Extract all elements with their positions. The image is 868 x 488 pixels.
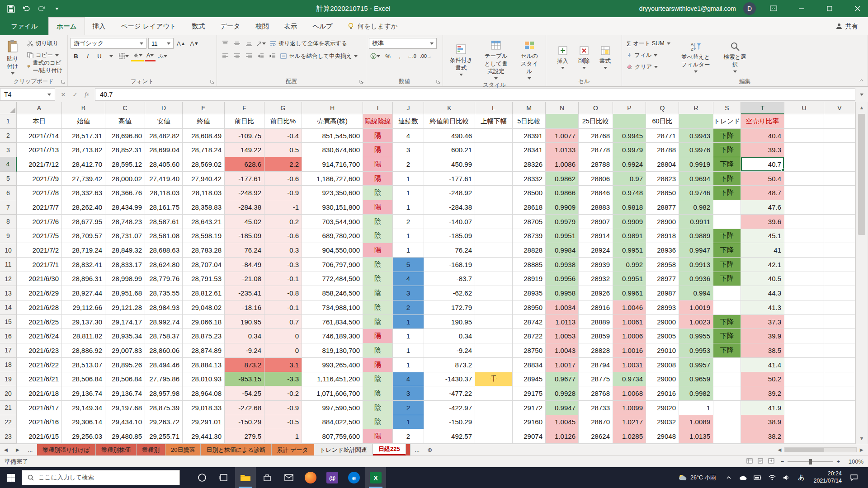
- cell-K11[interactable]: -168.19: [424, 258, 475, 272]
- cell-M4[interactable]: 28326: [513, 157, 546, 172]
- zoom-slider[interactable]: [788, 461, 833, 462]
- action-center-icon[interactable]: [849, 474, 859, 481]
- cell-L23[interactable]: [475, 429, 513, 444]
- horizontal-scroll-thumb[interactable]: [785, 448, 824, 452]
- cell-S20[interactable]: [713, 386, 741, 401]
- cell-Q21[interactable]: 29020: [646, 401, 679, 415]
- cell-S17[interactable]: 下降: [713, 343, 741, 358]
- cell-P7[interactable]: 0.9818: [613, 200, 646, 215]
- collapse-ribbon-icon[interactable]: [859, 76, 864, 84]
- align-center-icon[interactable]: [231, 51, 242, 61]
- cell-R18[interactable]: 0.9957: [679, 358, 713, 372]
- cell-G6[interactable]: -0.9: [264, 186, 302, 200]
- cell-D4[interactable]: 28,405.60: [145, 157, 183, 172]
- borders-icon[interactable]: [118, 51, 130, 61]
- cell-R22[interactable]: 1.0089: [679, 415, 713, 430]
- cell-R4[interactable]: 0.9919: [679, 157, 713, 172]
- cell-A16[interactable]: 2021/6/24: [17, 329, 62, 343]
- cell-V3[interactable]: [824, 143, 855, 157]
- cell-P19[interactable]: 0.9734: [613, 372, 646, 387]
- cell-G19[interactable]: -3.3: [264, 372, 302, 387]
- cell-Q1[interactable]: 60日比: [646, 114, 679, 129]
- cell-K20[interactable]: -477.22: [424, 386, 475, 401]
- cell-P6[interactable]: 0.9748: [613, 186, 646, 200]
- cell-A8[interactable]: 2021/7/6: [17, 215, 62, 229]
- cell-T17[interactable]: 38.5: [741, 343, 784, 358]
- cell-J19[interactable]: 4: [393, 372, 424, 387]
- cell-P14[interactable]: 1.0046: [613, 300, 646, 315]
- cell-U6[interactable]: [784, 186, 824, 200]
- font-name-select[interactable]: 游ゴシック: [71, 38, 146, 49]
- cell-D7[interactable]: 28,161.75: [145, 200, 183, 215]
- cell-H9[interactable]: 689,780,200: [302, 229, 363, 244]
- file-explorer-icon[interactable]: [235, 467, 256, 488]
- battery-icon[interactable]: [753, 475, 763, 480]
- cell-T18[interactable]: 41.4: [741, 358, 784, 372]
- cell-D9[interactable]: 28,581.08: [145, 229, 183, 244]
- cell-S16[interactable]: 下降: [713, 329, 741, 343]
- cell-A22[interactable]: 2021/6/16: [17, 415, 62, 430]
- cell-K10[interactable]: 76.24: [424, 243, 475, 258]
- col-header-O[interactable]: O: [579, 102, 613, 114]
- cell-F8[interactable]: 45.02: [225, 215, 264, 229]
- cell-E17[interactable]: 28,874.89: [183, 343, 225, 358]
- cell-N17[interactable]: 1.0043: [546, 343, 579, 358]
- cell-P11[interactable]: 0.992: [613, 258, 646, 272]
- cell-F12[interactable]: -21.08: [225, 272, 264, 286]
- cell-V14[interactable]: [824, 300, 855, 315]
- cell-V10[interactable]: [824, 243, 855, 258]
- cell-G8[interactable]: 0.2: [264, 215, 302, 229]
- select-all-button[interactable]: [0, 102, 17, 114]
- cell-E20[interactable]: 28,964.08: [183, 386, 225, 401]
- cell-G7[interactable]: -1: [264, 200, 302, 215]
- cell-M8[interactable]: 28705: [513, 215, 546, 229]
- cell-F16[interactable]: 0.34: [225, 329, 264, 343]
- edge-icon[interactable]: e: [344, 467, 364, 488]
- cell-L6[interactable]: [475, 186, 513, 200]
- cell-V6[interactable]: [824, 186, 855, 200]
- page-break-view-icon[interactable]: [768, 458, 774, 465]
- cell-R15[interactable]: 1.0023: [679, 315, 713, 329]
- cell-Q8[interactable]: 28900: [646, 215, 679, 229]
- cell-I23[interactable]: 陽: [363, 429, 393, 444]
- cell-B16[interactable]: 28,811.82: [62, 329, 105, 343]
- align-right-icon[interactable]: [243, 51, 254, 61]
- cell-R11[interactable]: 0.9913: [679, 258, 713, 272]
- cell-K19[interactable]: -1430.37: [424, 372, 475, 387]
- row-header-22[interactable]: 22: [0, 415, 17, 430]
- cell-S7[interactable]: [713, 200, 741, 215]
- cell-P17[interactable]: 1.0016: [613, 343, 646, 358]
- row-header-6[interactable]: 6: [0, 186, 17, 200]
- cell-L14[interactable]: [475, 300, 513, 315]
- cell-P10[interactable]: 0.9951: [613, 243, 646, 258]
- cell-D11[interactable]: 28,624.80: [145, 258, 183, 272]
- cell-I9[interactable]: 陰: [363, 229, 393, 244]
- cell-C6[interactable]: 28,366.76: [105, 186, 145, 200]
- cell-T1[interactable]: 空売り比率: [741, 114, 784, 129]
- horizontal-scrollbar[interactable]: ◄ ►: [773, 444, 868, 455]
- cortana-icon[interactable]: [192, 467, 212, 488]
- cut-button[interactable]: 切り取り: [25, 38, 65, 49]
- cell-L3[interactable]: [475, 143, 513, 157]
- cell-B1[interactable]: 始値: [62, 114, 105, 129]
- cell-E22[interactable]: 29,291.01: [183, 415, 225, 430]
- cell-D18[interactable]: 28,494.46: [145, 358, 183, 372]
- cell-G23[interactable]: 1: [264, 429, 302, 444]
- minimize-button[interactable]: [791, 0, 812, 17]
- vertical-scroll-thumb[interactable]: [858, 114, 865, 235]
- cell-S9[interactable]: 下降: [713, 229, 741, 244]
- cell-J9[interactable]: 1: [393, 229, 424, 244]
- cell-L7[interactable]: [475, 200, 513, 215]
- cell-V12[interactable]: [824, 272, 855, 286]
- cell-M14[interactable]: 28950: [513, 300, 546, 315]
- tab-insert[interactable]: 挿入: [85, 17, 113, 35]
- cell-I11[interactable]: 陰: [363, 258, 393, 272]
- cell-L22[interactable]: [475, 415, 513, 430]
- align-middle-icon[interactable]: [231, 38, 242, 49]
- maximize-button[interactable]: [819, 0, 840, 17]
- cell-B13[interactable]: 28,927.44: [62, 286, 105, 300]
- cell-Q5[interactable]: 28823: [646, 172, 679, 186]
- cell-L13[interactable]: [475, 286, 513, 300]
- cell-O1[interactable]: 25日比較: [579, 114, 613, 129]
- cell-K14[interactable]: 172.79: [424, 300, 475, 315]
